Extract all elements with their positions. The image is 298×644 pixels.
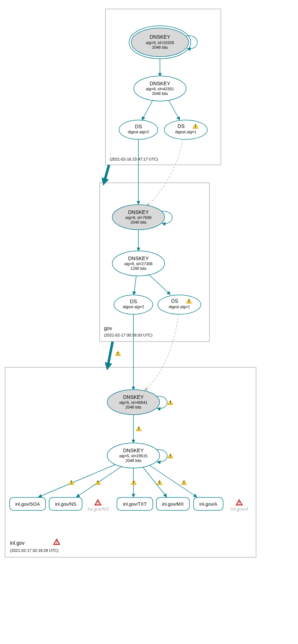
svg-text:2048 bits: 2048 bits [152, 91, 168, 96]
svg-text:2048 bits: 2048 bits [152, 45, 168, 49]
svg-text:!: ! [188, 299, 190, 304]
svg-text:DNSKEY: DNSKEY [128, 256, 149, 261]
ghost-a: ! [236, 500, 242, 505]
svg-text:DS: DS [171, 298, 178, 304]
zone-gov-name: gov [104, 325, 112, 331]
svg-text:!: ! [117, 351, 119, 356]
zone-gov-ts: (2021-02-17 00:39:33 UTC) [104, 333, 152, 337]
rr-ns: inl.gov/NS [49, 497, 82, 510]
zone-inl-ts: (2021-02-17 02:18:28 UTC) [10, 548, 58, 553]
ghost-ns-label: inl.gov/NS [87, 506, 109, 512]
warning-icon: ! [131, 480, 136, 485]
svg-text:!: ! [195, 124, 196, 129]
svg-text:!: ! [97, 480, 99, 485]
node-root-ds1: DS digest alg=1 ! [164, 120, 207, 139]
svg-text:alg=8, id=20326: alg=8, id=20326 [146, 40, 174, 45]
node-root-ksk: DNSKEY alg=8, id=20326 2048 bits [129, 26, 197, 59]
node-root-zsk: DNSKEY alg=8, id=42351 2048 bits [134, 76, 186, 101]
svg-text:!: ! [133, 480, 134, 485]
svg-text:alg=5, id=28515: alg=5, id=28515 [119, 454, 148, 458]
svg-text:alg=8, id=7698: alg=8, id=7698 [126, 215, 152, 220]
svg-text:digest alg=2: digest alg=2 [128, 130, 149, 134]
rr-a: inl.gov/A [194, 497, 223, 510]
zone-root-name: . [110, 149, 111, 155]
svg-text:DS: DS [135, 124, 142, 129]
svg-text:DNSKEY: DNSKEY [150, 81, 170, 86]
zone-root-ts: (2021-02-16 23:47:17 UTC) [110, 157, 158, 161]
node-inl-ksk: DNSKEY alg=5, id=46841 2048 bits ! [107, 390, 173, 415]
delegation-root-gov [104, 165, 109, 183]
zone-inl-name: inl.gov [10, 540, 24, 546]
warning-icon: ! [157, 480, 162, 485]
svg-text:DS: DS [178, 123, 184, 129]
svg-text:alg=8, id=42351: alg=8, id=42351 [146, 87, 174, 91]
svg-text:1280 bits: 1280 bits [131, 266, 147, 271]
rr-mx: inl.gov/MX [156, 497, 189, 510]
warning-icon: ! [115, 351, 120, 356]
svg-text:inl.gov/MX: inl.gov/MX [162, 501, 184, 507]
warning-icon: ! [168, 400, 173, 405]
svg-text:!: ! [138, 426, 139, 431]
dnssec-graph: . (2021-02-16 23:47:17 UTC) DNSKEY alg=8… [0, 0, 298, 644]
svg-text:!: ! [56, 540, 57, 545]
svg-text:!: ! [170, 400, 171, 405]
warning-icon: ! [181, 480, 186, 485]
delegation-gov-inl [108, 342, 113, 367]
svg-text:!: ! [238, 501, 240, 505]
node-gov-ksk: DNSKEY alg=8, id=7698 2048 bits [112, 205, 172, 230]
node-gov-ds1: DS digest alg=1 ! [158, 295, 201, 314]
svg-text:DNSKEY: DNSKEY [123, 394, 144, 400]
ghost-ns: ! [95, 500, 101, 505]
warning-icon: ! [69, 480, 74, 485]
svg-text:digest alg=1: digest alg=1 [169, 305, 190, 309]
svg-text:DNSKEY: DNSKEY [128, 209, 149, 215]
svg-text:inl.gov/NS: inl.gov/NS [55, 501, 76, 507]
svg-text:inl.gov/TXT: inl.gov/TXT [123, 501, 147, 507]
rr-txt: inl.gov/TXT [117, 497, 153, 510]
svg-text:!: ! [183, 480, 185, 485]
node-root-ds2: DS digest alg=2 [119, 120, 158, 139]
svg-text:!: ! [71, 480, 72, 485]
svg-text:!: ! [97, 501, 99, 505]
rr-soa: inl.gov/SOA [10, 497, 46, 510]
warning-icon: ! [136, 426, 141, 431]
svg-text:!: ! [159, 480, 160, 485]
svg-text:2048 bits: 2048 bits [131, 220, 147, 224]
svg-text:digest alg=1: digest alg=1 [175, 130, 197, 134]
node-gov-zsk: DNSKEY alg=8, id=27306 1280 bits [112, 251, 165, 276]
svg-text:alg=8, id=27306: alg=8, id=27306 [124, 262, 153, 266]
svg-text:2048 bits: 2048 bits [126, 458, 142, 463]
svg-text:alg=5, id=46841: alg=5, id=46841 [119, 400, 148, 405]
svg-text:DS: DS [130, 299, 137, 304]
warning-icon: ! [168, 454, 173, 459]
svg-text:digest alg=2: digest alg=2 [123, 305, 144, 309]
ghost-a-label: inl.gov/A [231, 506, 249, 512]
svg-text:2048 bits: 2048 bits [126, 405, 142, 409]
warning-icon: ! [95, 480, 100, 485]
svg-text:inl.gov/SOA: inl.gov/SOA [15, 501, 40, 507]
svg-text:DNSKEY: DNSKEY [150, 34, 170, 40]
node-gov-ds2: DS digest alg=2 [114, 295, 153, 314]
node-inl-zsk: DNSKEY alg=5, id=28515 2048 bits ! [107, 443, 173, 468]
svg-text:DNSKEY: DNSKEY [123, 448, 144, 453]
svg-text:!: ! [170, 454, 171, 459]
error-icon: ! [54, 539, 60, 545]
svg-text:inl.gov/A: inl.gov/A [199, 501, 217, 507]
